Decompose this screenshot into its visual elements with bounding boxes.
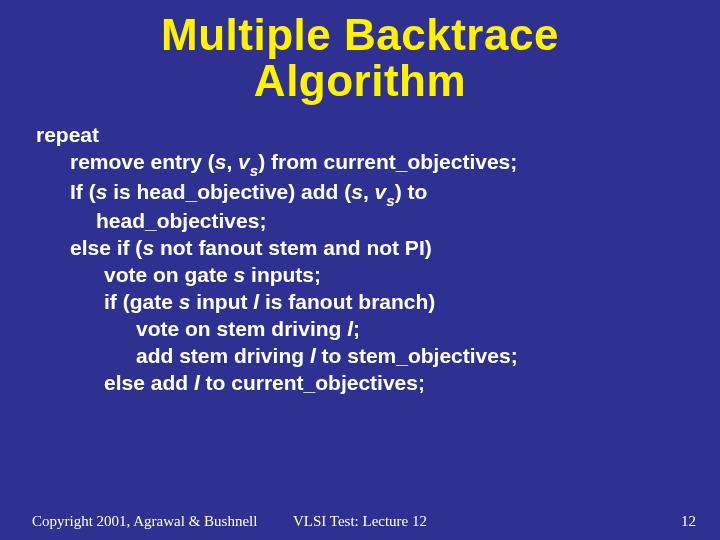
algo-line-vote-stem: vote on stem driving l;	[136, 316, 692, 343]
var-s: s	[142, 236, 154, 259]
var-v: v	[238, 150, 250, 173]
text: repeat	[36, 123, 99, 146]
text: remove entry (	[70, 150, 215, 173]
subscript-s: s	[250, 162, 258, 179]
text: inputs;	[245, 263, 321, 286]
algo-line-if-gate: if (gate s input l is fanout branch)	[104, 289, 692, 316]
text: else if (	[70, 236, 142, 259]
var-v: v	[375, 180, 387, 203]
text: vote on stem driving	[136, 317, 347, 340]
text: to current_objectives;	[200, 371, 425, 394]
text: is fanout branch)	[259, 290, 435, 313]
algo-line-if: If (s is head_objective) add (s, vs) to	[70, 179, 692, 209]
algo-line-if-cont: head_objectives;	[96, 208, 692, 235]
text: if (gate	[104, 290, 179, 313]
var-s: s	[351, 180, 363, 203]
var-s: s	[234, 263, 246, 286]
text: not fanout stem and not PI)	[154, 236, 432, 259]
algo-line-else-add: else add l to current_objectives;	[104, 370, 692, 397]
title-line-2: Algorithm	[0, 58, 720, 104]
text: vote on gate	[104, 263, 234, 286]
title-line-1: Multiple Backtrace	[0, 12, 720, 58]
algo-line-elseif: else if (s not fanout stem and not PI)	[70, 235, 692, 262]
slide-title: Multiple Backtrace Algorithm	[0, 0, 720, 104]
text: ;	[353, 317, 360, 340]
text: ) to	[395, 180, 428, 203]
subscript-s: s	[386, 192, 394, 209]
algorithm-body: repeat remove entry (s, vs) from current…	[0, 104, 720, 396]
footer-lecture: VLSI Test: Lecture 12	[0, 513, 720, 530]
text: else add	[104, 371, 194, 394]
algo-line-add-stem: add stem driving l to stem_objectives;	[136, 343, 692, 370]
var-s: s	[215, 150, 227, 173]
algo-line-remove: remove entry (s, vs) from current_object…	[70, 149, 692, 179]
text: to stem_objectives;	[316, 344, 518, 367]
text: is head_objective) add (	[107, 180, 351, 203]
text: ,	[363, 180, 375, 203]
var-s: s	[96, 180, 108, 203]
text: add stem driving	[136, 344, 310, 367]
text: ) from current_objectives;	[258, 150, 517, 173]
text: If (	[70, 180, 96, 203]
algo-line-repeat: repeat	[36, 122, 692, 149]
var-s: s	[179, 290, 191, 313]
algo-line-vote-gate: vote on gate s inputs;	[104, 262, 692, 289]
text: head_objectives;	[96, 209, 266, 232]
footer-page-number: 12	[681, 513, 696, 530]
text: ,	[226, 150, 238, 173]
text: input	[190, 290, 253, 313]
